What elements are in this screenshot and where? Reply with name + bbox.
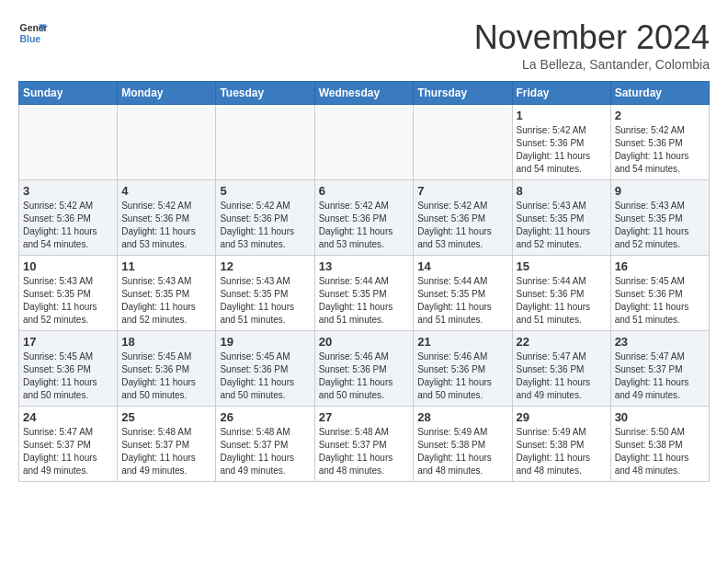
day-number: 9 [615, 184, 705, 198]
day-cell: 13Sunrise: 5:44 AM Sunset: 5:35 PM Dayli… [314, 256, 414, 331]
svg-text:Blue: Blue [20, 34, 41, 44]
day-cell: 4Sunrise: 5:42 AM Sunset: 5:36 PM Daylig… [118, 180, 216, 256]
day-cell: 17Sunrise: 5:45 AM Sunset: 5:36 PM Dayli… [19, 331, 118, 407]
day-cell: 7Sunrise: 5:42 AM Sunset: 5:36 PM Daylig… [414, 180, 512, 256]
day-cell [118, 105, 216, 180]
calendar-table: SundayMondayTuesdayWednesdayThursdayFrid… [18, 81, 710, 482]
day-number: 23 [615, 335, 705, 349]
page-header: General Blue November 2024 La Belleza, S… [18, 18, 710, 72]
day-cell: 28Sunrise: 5:49 AM Sunset: 5:38 PM Dayli… [414, 407, 512, 482]
day-number: 27 [319, 410, 410, 424]
day-info: Sunrise: 5:45 AM Sunset: 5:36 PM Dayligh… [121, 350, 211, 402]
day-info: Sunrise: 5:47 AM Sunset: 5:37 PM Dayligh… [23, 426, 113, 477]
day-number: 21 [417, 335, 507, 349]
day-number: 6 [319, 184, 410, 198]
day-cell: 24Sunrise: 5:47 AM Sunset: 5:37 PM Dayli… [19, 407, 118, 482]
day-info: Sunrise: 5:46 AM Sunset: 5:36 PM Dayligh… [417, 350, 507, 402]
day-cell: 14Sunrise: 5:44 AM Sunset: 5:35 PM Dayli… [414, 256, 512, 331]
day-cell: 26Sunrise: 5:48 AM Sunset: 5:37 PM Dayli… [216, 407, 314, 482]
day-cell: 22Sunrise: 5:47 AM Sunset: 5:36 PM Dayli… [512, 331, 610, 407]
day-number: 30 [615, 410, 705, 424]
day-number: 16 [615, 259, 705, 273]
day-info: Sunrise: 5:46 AM Sunset: 5:36 PM Dayligh… [319, 350, 410, 402]
day-number: 7 [417, 184, 507, 198]
day-number: 12 [220, 259, 310, 273]
day-cell: 16Sunrise: 5:45 AM Sunset: 5:36 PM Dayli… [610, 256, 709, 331]
day-cell: 2Sunrise: 5:42 AM Sunset: 5:36 PM Daylig… [610, 105, 709, 180]
month-title: November 2024 [474, 18, 710, 57]
week-row-4: 17Sunrise: 5:45 AM Sunset: 5:36 PM Dayli… [19, 331, 710, 407]
logo: General Blue [18, 18, 48, 48]
title-area: November 2024 La Belleza, Santander, Col… [474, 18, 710, 72]
day-cell: 25Sunrise: 5:48 AM Sunset: 5:37 PM Dayli… [118, 407, 216, 482]
day-number: 22 [517, 335, 607, 349]
day-number: 24 [23, 410, 113, 424]
location: La Belleza, Santander, Colombia [474, 57, 710, 72]
day-cell [314, 105, 414, 180]
day-cell: 10Sunrise: 5:43 AM Sunset: 5:35 PM Dayli… [19, 256, 118, 331]
day-cell: 27Sunrise: 5:48 AM Sunset: 5:37 PM Dayli… [314, 407, 414, 482]
weekday-header-friday: Friday [512, 82, 610, 105]
day-cell: 15Sunrise: 5:44 AM Sunset: 5:36 PM Dayli… [512, 256, 610, 331]
day-info: Sunrise: 5:43 AM Sunset: 5:35 PM Dayligh… [220, 275, 310, 327]
day-number: 2 [615, 109, 705, 122]
day-info: Sunrise: 5:50 AM Sunset: 5:38 PM Dayligh… [615, 426, 705, 477]
day-number: 29 [517, 410, 607, 424]
day-cell: 29Sunrise: 5:49 AM Sunset: 5:38 PM Dayli… [512, 407, 610, 482]
day-info: Sunrise: 5:42 AM Sunset: 5:36 PM Dayligh… [319, 200, 410, 251]
weekday-header-monday: Monday [118, 82, 216, 105]
day-info: Sunrise: 5:42 AM Sunset: 5:36 PM Dayligh… [23, 200, 113, 251]
day-info: Sunrise: 5:47 AM Sunset: 5:37 PM Dayligh… [615, 350, 705, 402]
day-info: Sunrise: 5:45 AM Sunset: 5:36 PM Dayligh… [220, 350, 310, 402]
weekday-header-sunday: Sunday [19, 82, 118, 105]
day-info: Sunrise: 5:44 AM Sunset: 5:35 PM Dayligh… [417, 275, 507, 327]
day-cell: 12Sunrise: 5:43 AM Sunset: 5:35 PM Dayli… [216, 256, 314, 331]
day-number: 15 [517, 259, 607, 273]
day-info: Sunrise: 5:49 AM Sunset: 5:38 PM Dayligh… [417, 426, 507, 477]
day-number: 26 [220, 410, 310, 424]
day-number: 1 [517, 109, 607, 122]
week-row-2: 3Sunrise: 5:42 AM Sunset: 5:36 PM Daylig… [19, 180, 710, 256]
day-cell [19, 105, 118, 180]
day-cell: 21Sunrise: 5:46 AM Sunset: 5:36 PM Dayli… [414, 331, 512, 407]
day-cell: 18Sunrise: 5:45 AM Sunset: 5:36 PM Dayli… [118, 331, 216, 407]
day-info: Sunrise: 5:48 AM Sunset: 5:37 PM Dayligh… [319, 426, 410, 477]
day-cell: 19Sunrise: 5:45 AM Sunset: 5:36 PM Dayli… [216, 331, 314, 407]
day-info: Sunrise: 5:43 AM Sunset: 5:35 PM Dayligh… [121, 275, 211, 327]
day-info: Sunrise: 5:43 AM Sunset: 5:35 PM Dayligh… [517, 200, 607, 251]
day-info: Sunrise: 5:49 AM Sunset: 5:38 PM Dayligh… [517, 426, 607, 477]
day-number: 3 [23, 184, 113, 198]
day-number: 18 [121, 335, 211, 349]
weekday-header-thursday: Thursday [414, 82, 512, 105]
day-cell: 5Sunrise: 5:42 AM Sunset: 5:36 PM Daylig… [216, 180, 314, 256]
day-info: Sunrise: 5:44 AM Sunset: 5:36 PM Dayligh… [517, 275, 607, 327]
day-number: 17 [23, 335, 113, 349]
day-cell: 11Sunrise: 5:43 AM Sunset: 5:35 PM Dayli… [118, 256, 216, 331]
day-number: 11 [121, 259, 211, 273]
day-number: 19 [220, 335, 310, 349]
day-number: 4 [121, 184, 211, 198]
day-number: 20 [319, 335, 410, 349]
day-cell: 30Sunrise: 5:50 AM Sunset: 5:38 PM Dayli… [610, 407, 709, 482]
weekday-header-saturday: Saturday [610, 82, 709, 105]
day-number: 8 [517, 184, 607, 198]
day-info: Sunrise: 5:42 AM Sunset: 5:36 PM Dayligh… [220, 200, 310, 251]
week-row-1: 1Sunrise: 5:42 AM Sunset: 5:36 PM Daylig… [19, 105, 710, 180]
day-info: Sunrise: 5:43 AM Sunset: 5:35 PM Dayligh… [615, 200, 705, 251]
day-info: Sunrise: 5:47 AM Sunset: 5:36 PM Dayligh… [517, 350, 607, 402]
day-number: 28 [417, 410, 507, 424]
day-info: Sunrise: 5:48 AM Sunset: 5:37 PM Dayligh… [220, 426, 310, 477]
day-number: 5 [220, 184, 310, 198]
logo-icon: General Blue [18, 18, 48, 48]
weekday-header-tuesday: Tuesday [216, 82, 314, 105]
day-number: 10 [23, 259, 113, 273]
day-cell: 3Sunrise: 5:42 AM Sunset: 5:36 PM Daylig… [19, 180, 118, 256]
day-cell: 6Sunrise: 5:42 AM Sunset: 5:36 PM Daylig… [314, 180, 414, 256]
week-row-5: 24Sunrise: 5:47 AM Sunset: 5:37 PM Dayli… [19, 407, 710, 482]
day-cell: 1Sunrise: 5:42 AM Sunset: 5:36 PM Daylig… [512, 105, 610, 180]
day-info: Sunrise: 5:42 AM Sunset: 5:36 PM Dayligh… [517, 124, 607, 176]
day-number: 14 [417, 259, 507, 273]
weekday-header-row: SundayMondayTuesdayWednesdayThursdayFrid… [19, 82, 710, 105]
day-cell: 20Sunrise: 5:46 AM Sunset: 5:36 PM Dayli… [314, 331, 414, 407]
day-info: Sunrise: 5:42 AM Sunset: 5:36 PM Dayligh… [615, 124, 705, 176]
